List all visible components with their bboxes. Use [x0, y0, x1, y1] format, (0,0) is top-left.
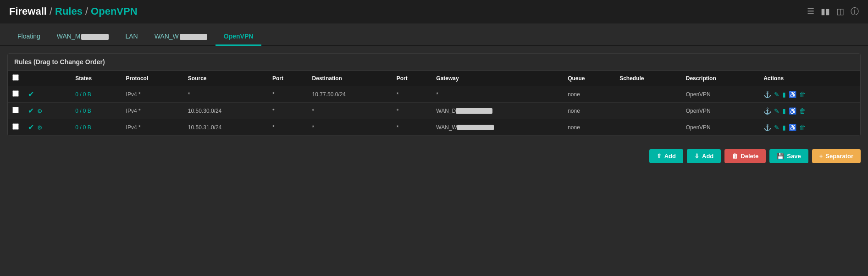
row2-port: * [268, 103, 308, 119]
row2-gateway: WAN_D [431, 103, 563, 119]
row1-check-icon: ✔ [28, 90, 34, 98]
row3-queue: none [563, 119, 615, 136]
tab-wan-w[interactable]: WAN_W [146, 28, 216, 46]
separator-plus-icon: + [819, 153, 823, 160]
col-source: Source [183, 71, 268, 86]
row1-edit-icon[interactable]: ✎ [774, 91, 780, 98]
row2-protocol: IPv4 * [122, 103, 183, 119]
row1-protocol: IPv4 * [122, 86, 183, 103]
row3-schedule [615, 119, 681, 136]
row1-status: ✔ [23, 86, 71, 103]
add-up-button[interactable]: ⇧ Add [649, 149, 683, 163]
breadcrumb-openvpn[interactable]: OpenVPN [91, 6, 137, 17]
col-gateway: Gateway [431, 71, 563, 86]
rules-box: Rules (Drag to Change Order) States Prot… [7, 53, 861, 136]
row2-checkbox[interactable] [12, 107, 19, 113]
breadcrumb: Firewall / Rules / OpenVPN [9, 6, 138, 17]
col-states: States [71, 71, 121, 86]
tab-openvpn[interactable]: OpenVPN [216, 28, 262, 46]
row3-status: ✔ ⚙ [23, 119, 71, 136]
row3-block-icon[interactable]: ♿ [789, 124, 796, 131]
col-queue: Queue [563, 71, 615, 86]
tab-wan-m[interactable]: WAN_M [49, 28, 117, 46]
row1-block-icon[interactable]: ♿ [789, 91, 796, 98]
separator-2: / [85, 6, 88, 17]
row1-anchor-icon[interactable]: ⚓ [763, 91, 771, 98]
row3-protocol: IPv4 * [122, 119, 183, 136]
filter-icon[interactable]: ☰ [807, 6, 814, 17]
row2-description: OpenVPN [681, 103, 759, 119]
chart-icon[interactable]: ▮▮ [821, 6, 830, 17]
add-down-arrow-icon: ⇩ [694, 153, 699, 160]
breadcrumb-firewall[interactable]: Firewall [9, 6, 47, 17]
row2-anchor-icon[interactable]: ⚓ [763, 107, 771, 115]
col-empty [23, 71, 71, 86]
row2-copy-icon[interactable]: ▮ [782, 107, 786, 115]
row1-gateway: * [431, 86, 563, 103]
row1-checkbox-cell [8, 86, 23, 103]
rules-title: Rules (Drag to Change Order) [8, 54, 860, 71]
row3-check-icon: ✔ [28, 123, 34, 131]
row3-anchor-icon[interactable]: ⚓ [763, 124, 771, 131]
row2-source: 10.50.30.0/24 [183, 103, 268, 119]
row3-checkbox[interactable] [12, 123, 19, 130]
row1-delete-icon[interactable]: 🗑 [799, 91, 806, 98]
table-row: ✔ ⚙ 0 / 0 B IPv4 * 10.50.31.0/24 * * * W… [8, 119, 860, 136]
separator-1: / [50, 6, 52, 17]
tab-floating[interactable]: Floating [9, 28, 49, 46]
table-row: ✔ ⚙ 0 / 0 B IPv4 * 10.50.30.0/24 * * * W… [8, 103, 860, 119]
row2-status: ✔ ⚙ [23, 103, 71, 119]
row2-edit-icon[interactable]: ✎ [774, 107, 780, 115]
row2-delete-icon[interactable]: 🗑 [799, 107, 806, 115]
col-port: Port [268, 71, 308, 86]
help-icon[interactable]: ⓘ [851, 6, 859, 17]
row3-delete-icon[interactable]: 🗑 [799, 124, 806, 131]
row3-dest-port: * [392, 119, 432, 136]
row3-checkbox-cell [8, 119, 23, 136]
separator-button[interactable]: + Separator [812, 149, 861, 163]
row2-destination: * [308, 103, 392, 119]
row3-source: 10.50.31.0/24 [183, 119, 268, 136]
list-icon[interactable]: ◫ [836, 6, 844, 17]
row1-checkbox[interactable] [12, 90, 19, 97]
row3-edit-icon[interactable]: ✎ [774, 124, 780, 131]
row2-dest-port: * [392, 103, 432, 119]
row1-schedule [615, 86, 681, 103]
row3-states: 0 / 0 B [71, 119, 121, 136]
delete-trash-icon: 🗑 [732, 153, 738, 160]
col-dest-port: Port [392, 71, 432, 86]
tabs-bar: Floating WAN_M LAN WAN_W OpenVPN [0, 23, 868, 46]
add-up-arrow-icon: ⇧ [657, 153, 662, 160]
table-row: ✔ 0 / 0 B IPv4 * * * 10.77.50.0/24 * * n… [8, 86, 860, 103]
row2-gateway-redacted [456, 108, 492, 114]
row2-gear-icon: ⚙ [37, 108, 43, 115]
add-down-button[interactable]: ⇩ Add [687, 149, 721, 163]
col-destination: Destination [308, 71, 392, 86]
row1-dest-port: * [392, 86, 432, 103]
delete-button[interactable]: 🗑 Delete [724, 149, 766, 163]
row2-actions: ⚓ ✎ ▮ ♿ 🗑 [759, 103, 860, 119]
select-all-checkbox[interactable] [12, 74, 19, 81]
row1-source: * [183, 86, 268, 103]
col-schedule: Schedule [615, 71, 681, 86]
save-disk-icon: 💾 [777, 153, 784, 160]
col-actions: Actions [759, 71, 860, 86]
tab-wan-w-redacted [180, 34, 207, 40]
rules-table: States Protocol Source Port Destination … [8, 71, 860, 136]
breadcrumb-rules[interactable]: Rules [55, 6, 83, 17]
col-checkbox [8, 71, 23, 86]
row2-states: 0 / 0 B [71, 103, 121, 119]
row2-checkbox-cell [8, 103, 23, 119]
row1-destination: 10.77.50.0/24 [308, 86, 392, 103]
col-protocol: Protocol [122, 71, 183, 86]
save-button[interactable]: 💾 Save [769, 149, 808, 163]
main-content: Rules (Drag to Change Order) States Prot… [0, 46, 868, 144]
row3-port: * [268, 119, 308, 136]
row1-copy-icon[interactable]: ▮ [782, 91, 786, 98]
tab-lan[interactable]: LAN [117, 28, 146, 46]
table-header-row: States Protocol Source Port Destination … [8, 71, 860, 86]
row1-queue: none [563, 86, 615, 103]
row3-gear-icon: ⚙ [37, 124, 43, 131]
row2-block-icon[interactable]: ♿ [789, 107, 796, 115]
row3-copy-icon[interactable]: ▮ [782, 124, 786, 131]
